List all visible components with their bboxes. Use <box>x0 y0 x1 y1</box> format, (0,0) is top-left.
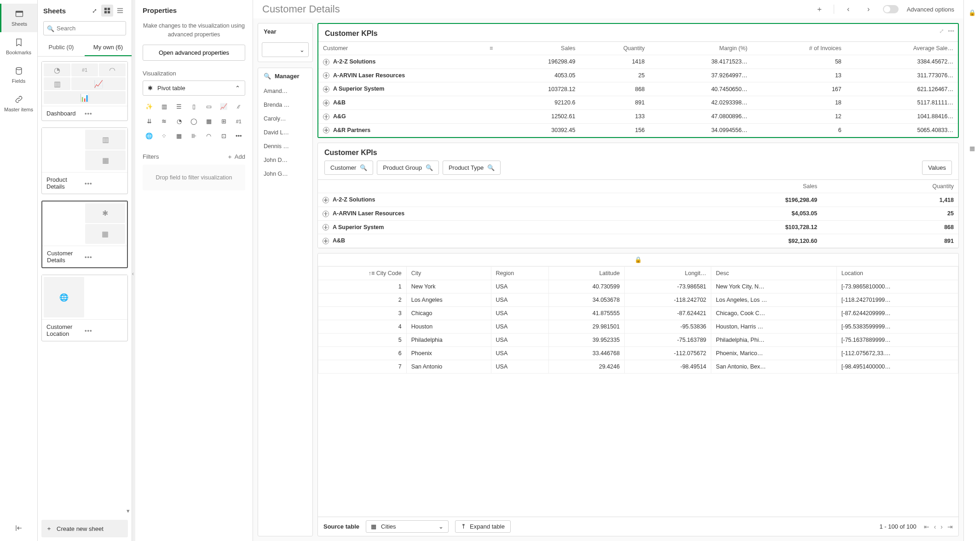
page-title[interactable]: Customer Details <box>262 3 813 15</box>
gauge-icon[interactable]: ◠ <box>202 130 215 143</box>
table-row[interactable]: A&R Partners30392.4515634.0994556…65065.… <box>318 123 958 137</box>
manager-item[interactable]: Brenda … <box>258 98 312 112</box>
fullscreen-icon[interactable]: ⤢ <box>939 28 944 35</box>
kpi-hash-icon[interactable]: #1 <box>232 115 245 128</box>
table-row[interactable]: 2Los AngelesUSA34.053678-118.242702Los A… <box>318 294 958 307</box>
source-select[interactable]: ▦ Cities ⌄ <box>366 520 449 533</box>
sheet-menu-icon[interactable]: ••• <box>85 253 122 260</box>
open-advanced-button[interactable]: Open advanced properties <box>143 45 245 61</box>
sheet-card-location[interactable]: 🌐 Customer Location••• <box>41 275 128 341</box>
column-header[interactable]: Quantity <box>822 180 958 193</box>
table-row[interactable]: 3ChicagoUSA41.875555-87.624421Chicago, C… <box>318 307 958 320</box>
table-row[interactable]: A-2-Z Solutions$196,298.491,418 <box>318 193 958 207</box>
expand-row-icon[interactable] <box>323 197 329 203</box>
auto-chart-icon[interactable]: ✨ <box>143 100 156 113</box>
column-header[interactable]: Desc <box>711 267 837 280</box>
column-header[interactable]: ↑≡ City Code <box>318 267 407 280</box>
customer-kpis-table[interactable]: ⤢ ••• Customer KPIs Customer ≡SalesQuant… <box>317 23 959 138</box>
sheet-card-customer-details[interactable]: ✱ ▦ Customer Details••• <box>41 201 128 268</box>
prev-sheet-button[interactable]: ‹ <box>842 3 854 15</box>
pager-prev-icon[interactable]: ‹ <box>934 523 936 530</box>
rail-fields[interactable]: Fields <box>0 61 37 89</box>
year-select[interactable]: ⌄ <box>262 42 309 57</box>
column-header[interactable]: Latitude <box>548 267 624 280</box>
tab-public[interactable]: Public (0) <box>38 39 85 56</box>
pager-next-icon[interactable]: › <box>940 523 943 530</box>
manager-item[interactable]: David L… <box>258 126 312 139</box>
distribution-icon[interactable]: ≋ <box>157 115 170 128</box>
table-icon[interactable]: ▦ <box>202 115 215 128</box>
table-row[interactable]: A&B92120.689142.0293398…185117.81111… <box>318 96 958 110</box>
advanced-toggle[interactable] <box>883 5 899 13</box>
table-row[interactable]: A-ARVIN Laser Resources$4,053.0525 <box>318 207 958 220</box>
column-header[interactable]: Region <box>491 267 548 280</box>
pie-chart-icon[interactable]: ◔ <box>173 115 185 128</box>
column-header[interactable]: Customer ≡ <box>318 42 497 55</box>
column-header[interactable]: Margin (%) <box>649 42 752 55</box>
manager-item[interactable]: Amand… <box>258 84 312 98</box>
treemap-icon[interactable]: ▦ <box>173 130 185 143</box>
table-row[interactable]: 5PhiladelphiaUSA39.952335-75.163789Phila… <box>318 334 958 347</box>
create-sheet-button[interactable]: ＋ Create new sheet <box>41 520 128 537</box>
sheet-card-product[interactable]: ▥ ▦ Product Details••• <box>41 127 128 194</box>
table-row[interactable]: 6PhoenixUSA33.446768-112.075672Phoenix, … <box>318 347 958 360</box>
table-row[interactable]: 7San AntonioUSA29.4246-98.49514San Anton… <box>318 360 958 374</box>
table-row[interactable]: A&B$92,120.60891 <box>318 234 958 248</box>
donut-chart-icon[interactable]: ◯ <box>187 115 200 128</box>
sheet-menu-icon[interactable]: ••• <box>85 180 123 187</box>
column-header[interactable]: City <box>406 267 491 280</box>
pager-last-icon[interactable]: ⇥ <box>947 523 953 530</box>
waterfall-icon[interactable]: ⇊ <box>143 115 156 128</box>
lock-icon[interactable]: 🔒 <box>968 9 976 16</box>
viz-type-selector[interactable]: ✱ Pivot table ⌃ <box>143 81 245 96</box>
more-icon[interactable]: ••• <box>232 130 245 143</box>
lock-icon[interactable]: 🔒 <box>318 253 958 266</box>
table-row[interactable]: 1New YorkUSA40.730599-73.986581New York … <box>318 280 958 294</box>
list-view-icon[interactable] <box>114 5 126 17</box>
pager-first-icon[interactable]: ⇤ <box>924 523 929 530</box>
expand-row-icon[interactable] <box>323 114 329 120</box>
next-sheet-button[interactable]: › <box>863 3 875 15</box>
table-row[interactable]: A Superior System$103,728.12868 <box>318 220 958 234</box>
menu-icon[interactable]: ≡ <box>490 45 493 52</box>
bullet-chart-icon[interactable]: ▯ <box>187 100 200 113</box>
search-icon[interactable]: 🔍 <box>264 73 271 80</box>
manager-item[interactable]: John G… <box>258 167 312 181</box>
expand-row-icon[interactable] <box>323 224 329 230</box>
scatter-icon[interactable]: ⁘ <box>157 130 170 143</box>
manager-item[interactable]: Dennis … <box>258 139 312 153</box>
add-filter-button[interactable]: ＋ Add <box>227 153 245 161</box>
chip-product-group[interactable]: Product Group🔍 <box>377 161 439 175</box>
table-row[interactable]: A-ARVIN Laser Resources4053.052537.92649… <box>318 69 958 82</box>
line-chart-icon[interactable]: 📈 <box>217 100 230 113</box>
sort-icon[interactable]: ↑≡ <box>369 270 375 276</box>
column-header[interactable]: Sales <box>497 42 580 55</box>
expand-row-icon[interactable] <box>323 211 329 217</box>
grid-view-icon[interactable] <box>101 5 113 17</box>
globe-icon[interactable]: 🌐 <box>143 130 156 143</box>
chip-product-type[interactable]: Product Type🔍 <box>443 161 501 175</box>
box-plot-icon[interactable]: ▭ <box>202 100 215 113</box>
table-row[interactable]: A-2-Z Solutions196298.49141838.4171523…5… <box>318 55 958 69</box>
expand-table-button[interactable]: ⤒ Expand table <box>455 520 511 533</box>
table-row[interactable]: A&G12502.6113347.0800896…121041.88416… <box>318 109 958 123</box>
table-icon[interactable]: ▦ <box>969 145 975 152</box>
panel-splitter[interactable] <box>132 0 135 541</box>
combo-chart-icon[interactable]: ⫽ <box>232 100 245 113</box>
expand-row-icon[interactable] <box>323 127 329 133</box>
manager-item[interactable]: John D… <box>258 153 312 167</box>
bar-horizontal-icon[interactable]: ☰ <box>173 100 185 113</box>
rail-master[interactable]: Master items <box>0 89 37 118</box>
column-header[interactable]: Longit… <box>624 267 711 280</box>
pivot-icon[interactable]: ⊞ <box>217 115 230 128</box>
expand-row-icon[interactable] <box>323 86 329 92</box>
customer-kpis-pivot[interactable]: Customer KPIs Customer🔍 Product Group🔍 P… <box>317 143 959 248</box>
chip-customer[interactable]: Customer🔍 <box>324 161 373 175</box>
rail-bookmarks[interactable]: Bookmarks <box>0 32 37 61</box>
expand-row-icon[interactable] <box>323 72 329 79</box>
sheet-menu-icon[interactable]: ••• <box>85 327 123 334</box>
table-row[interactable]: A Superior System103728.1286840.7450650…… <box>318 82 958 96</box>
rail-collapse[interactable] <box>0 517 37 541</box>
expand-panel-icon[interactable]: ⤢ <box>88 5 100 17</box>
column-header[interactable]: Quantity <box>580 42 649 55</box>
